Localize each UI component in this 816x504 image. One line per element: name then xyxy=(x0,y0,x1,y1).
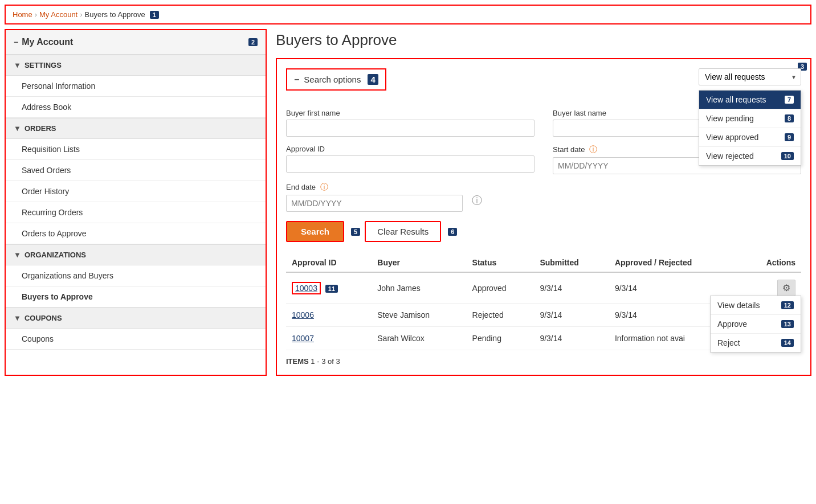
search-options-label: Search options xyxy=(304,75,361,84)
cell-approval-id-1: 10003 11 xyxy=(286,272,372,304)
filter-option-pending-badge: 8 xyxy=(785,114,794,122)
col-approved-rejected: Approved / Rejected xyxy=(609,253,741,272)
end-date-info-icon: ⓘ xyxy=(320,182,328,191)
action-view-details-label: View details xyxy=(717,301,760,310)
cell-status-3: Pending xyxy=(467,327,535,350)
table-row: 10003 11 John James Approved 9/3/14 9/3/… xyxy=(286,272,801,304)
filter-option-all-badge: 7 xyxy=(785,96,794,104)
filter-option-rejected-label: View rejected xyxy=(706,151,754,161)
sidebar-item-address-book[interactable]: Address Book xyxy=(6,97,266,118)
approval-id-link-3[interactable]: 10007 xyxy=(292,334,314,343)
sidebar-title: − My Account xyxy=(14,37,73,47)
row1-badge: 11 xyxy=(325,285,338,293)
filter-option-approved-badge: 9 xyxy=(785,133,794,141)
page-title: Buyers to Approve xyxy=(276,29,811,49)
action-reject-badge: 14 xyxy=(781,339,794,347)
start-date-info-icon: ⓘ xyxy=(589,145,597,154)
sidebar-item-saved-orders[interactable]: Saved Orders xyxy=(6,160,266,181)
action-reject[interactable]: Reject 14 xyxy=(711,334,801,352)
filter-option-pending[interactable]: View pending 8 xyxy=(699,109,801,128)
sidebar-item-requisition-lists[interactable]: Requisition Lists xyxy=(6,139,266,160)
cell-buyer-3: Sarah Wilcox xyxy=(372,327,466,350)
chevron-icon-orders: ▼ xyxy=(14,124,21,133)
cell-buyer-2: Steve Jamison xyxy=(372,304,466,327)
search-button[interactable]: Search xyxy=(286,221,344,242)
sidebar-item-order-history[interactable]: Order History xyxy=(6,181,266,202)
filter-option-pending-label: View pending xyxy=(706,114,754,123)
sidebar-item-personal-info[interactable]: Personal Information xyxy=(6,76,266,97)
breadcrumb-current: Buyers to Approve xyxy=(85,10,145,19)
approval-id-group: Approval ID xyxy=(286,145,535,174)
filter-option-all[interactable]: View all requests 7 xyxy=(699,91,801,109)
filter-dropdown-menu: View all requests 7 View pending 8 View … xyxy=(699,90,801,166)
filter-dropdown-container: View all requests View pending View appr… xyxy=(699,68,801,85)
action-approve-label: Approve xyxy=(717,319,747,329)
chevron-icon-coupons: ▼ xyxy=(14,314,21,322)
buyer-first-name-label: Buyer first name xyxy=(286,109,535,117)
breadcrumb-sep1: › xyxy=(35,10,37,19)
results-table-wrap: Approval ID Buyer Status Submitted Appro… xyxy=(286,253,801,350)
section-coupons[interactable]: ▼ COUPONS xyxy=(6,308,266,329)
sidebar-header: − My Account 2 xyxy=(6,30,266,55)
start-date-label-text: Start date xyxy=(553,145,585,154)
section-coupons-label: COUPONS xyxy=(25,314,62,322)
buyer-first-name-group: Buyer first name xyxy=(286,109,535,137)
approval-id-link-1[interactable]: 10003 xyxy=(292,282,321,294)
cell-submitted-2: 9/3/14 xyxy=(534,304,609,327)
breadcrumb-badge: 1 xyxy=(150,11,159,19)
col-submitted: Submitted xyxy=(534,253,609,272)
gear-icon-1: ⚙ xyxy=(782,283,790,293)
search-options-toggle[interactable]: − Search options 4 xyxy=(286,68,386,91)
action-approve-badge: 13 xyxy=(781,320,794,328)
approval-id-input[interactable] xyxy=(286,155,535,173)
cell-status-1: Approved xyxy=(467,272,535,304)
col-buyer: Buyer xyxy=(372,253,466,272)
search-btn-badge: 5 xyxy=(351,228,360,236)
items-label: ITEMS xyxy=(286,357,309,366)
buyer-first-name-input[interactable] xyxy=(286,120,535,137)
minus-icon: − xyxy=(14,38,18,47)
end-date-input[interactable] xyxy=(286,195,463,212)
layout: − My Account 2 ▼ SETTINGS Personal Infor… xyxy=(0,29,816,380)
sidebar-item-recurring-orders[interactable]: Recurring Orders xyxy=(6,202,266,223)
sidebar: − My Account 2 ▼ SETTINGS Personal Infor… xyxy=(5,29,267,376)
clear-results-button[interactable]: Clear Results xyxy=(365,221,441,242)
content-panel: 3 − Search options 4 View all requests V… xyxy=(276,58,811,376)
breadcrumb: Home › My Account › Buyers to Approve 1 xyxy=(5,5,811,24)
filter-select[interactable]: View all requests View pending View appr… xyxy=(699,68,801,85)
cell-actions-1: ⚙ View details 12 Approve 13 xyxy=(741,272,801,304)
section-organizations[interactable]: ▼ ORGANIZATIONS xyxy=(6,244,266,265)
sidebar-item-orders-to-approve[interactable]: Orders to Approve xyxy=(6,223,266,244)
filter-option-approved[interactable]: View approved 9 xyxy=(699,128,801,147)
section-orders-label: ORDERS xyxy=(25,124,56,133)
results-table: Approval ID Buyer Status Submitted Appro… xyxy=(286,253,801,350)
search-minus-icon: − xyxy=(294,75,299,85)
sidebar-item-buyers-to-approve[interactable]: Buyers to Approve xyxy=(6,286,266,308)
sidebar-item-coupons[interactable]: Coupons xyxy=(6,329,266,350)
approval-id-label: Approval ID xyxy=(286,145,535,153)
search-options-badge: 4 xyxy=(368,74,378,85)
col-status: Status xyxy=(467,253,535,272)
filter-select-wrap[interactable]: View all requests View pending View appr… xyxy=(699,68,801,85)
cell-approval-id-3: 10007 xyxy=(286,327,372,350)
cell-status-2: Rejected xyxy=(467,304,535,327)
section-settings-label: SETTINGS xyxy=(25,61,62,69)
filter-option-all-label: View all requests xyxy=(706,95,766,104)
cell-buyer-1: John James xyxy=(372,272,466,304)
breadcrumb-my-account[interactable]: My Account xyxy=(39,10,77,19)
approval-id-link-2[interactable]: 10006 xyxy=(292,310,314,319)
end-date-group: End date ⓘ xyxy=(286,182,463,212)
sidebar-item-organizations-and-buyers[interactable]: Organizations and Buyers xyxy=(6,265,266,286)
cell-submitted-3: 9/3/14 xyxy=(534,327,609,350)
col-actions: Actions xyxy=(741,253,801,272)
gear-button-1[interactable]: ⚙ xyxy=(777,280,795,296)
main-content: Buyers to Approve 3 − Search options 4 V… xyxy=(276,29,811,376)
breadcrumb-home[interactable]: Home xyxy=(13,10,32,19)
filter-option-rejected[interactable]: View rejected 10 xyxy=(699,147,801,165)
section-settings[interactable]: ▼ SETTINGS xyxy=(6,55,266,76)
section-orders[interactable]: ▼ ORDERS xyxy=(6,118,266,139)
actions-dropdown-1: View details 12 Approve 13 Reject xyxy=(710,296,801,353)
search-btn-label: Search xyxy=(301,227,329,236)
action-view-details[interactable]: View details 12 xyxy=(711,296,801,315)
action-approve[interactable]: Approve 13 xyxy=(711,315,801,334)
